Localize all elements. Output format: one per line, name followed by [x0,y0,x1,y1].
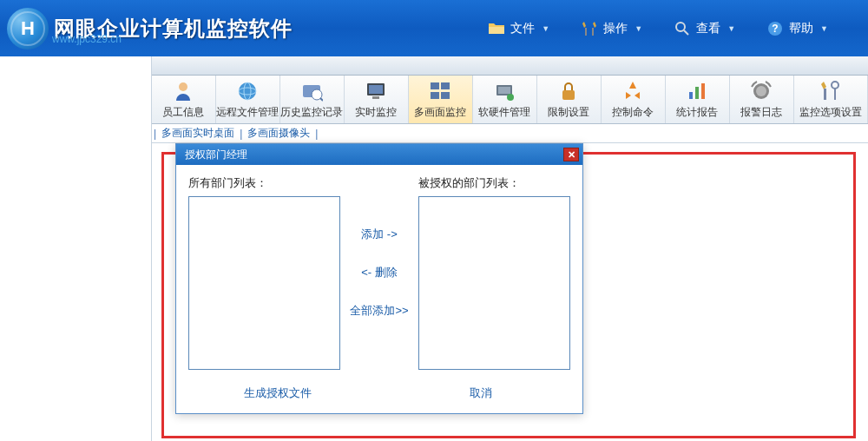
svg-line-12 [320,98,323,101]
svg-line-3 [684,30,688,35]
all-depts-list[interactable] [188,196,340,370]
logo-area: H 网眼企业计算机监控软件 [7,8,293,49]
svg-rect-15 [372,96,379,99]
command-icon [621,79,645,103]
chevron-down-icon: ▼ [820,24,828,33]
app-logo-icon: H [7,8,49,49]
tool-label: 统计报告 [676,105,718,120]
tool-alarm[interactable]: 报警日志 [730,76,794,123]
user-icon [171,79,195,103]
right-column: 被授权的部门列表： [418,175,570,370]
hardware-icon [492,79,516,103]
tool-settings[interactable]: 监控选项设置 [794,76,868,123]
search-icon [674,20,691,37]
multiscreen-icon [428,79,452,103]
menu-label: 操作 [603,21,628,36]
tool-employee-info[interactable]: 员工信息 [152,76,216,123]
svg-rect-29 [824,89,826,100]
svg-rect-0 [585,28,587,36]
chevron-down-icon: ▼ [635,24,642,33]
tool-label: 报警日志 [740,105,782,120]
subtab-desktop[interactable]: 多画面实时桌面 [158,126,238,141]
tool-history[interactable]: 历史监控记录 [280,76,345,123]
svg-text:?: ? [772,23,778,35]
tool-label: 员工信息 [162,105,204,120]
authorized-depts-label: 被授权的部门列表： [418,175,570,191]
lock-icon [556,79,581,103]
menu-operate[interactable]: 操作 ▼ [574,16,649,41]
tool-label: 控制命令 [612,105,654,120]
menu-label: 查看 [696,21,720,36]
tool-commands[interactable]: 控制命令 [602,76,666,123]
svg-point-30 [832,82,838,89]
svg-point-7 [239,82,256,100]
history-icon [299,79,324,103]
tool-reports[interactable]: 统计报告 [666,76,730,123]
authorize-dialog: 授权部门经理 ✕ 所有部门列表： 添加 -> <- 删除 全部添加>> 被授权的… [175,143,583,414]
tool-label: 远程文件管理 [216,105,279,120]
monitor-icon [364,79,388,103]
authorized-depts-list[interactable] [418,196,570,370]
alarm-icon [749,79,773,103]
separator: | [315,128,318,140]
all-depts-label: 所有部门列表： [188,175,340,191]
dialog-footer: 生成授权文件 取消 [176,377,582,413]
menu-file[interactable]: 文件 ▼ [481,16,556,41]
settings-icon [819,79,843,103]
menu-label: 帮助 [789,21,813,36]
tools-icon [581,20,598,37]
chevron-down-icon: ▼ [727,24,735,33]
tool-label: 软硬件管理 [478,105,530,120]
svg-rect-25 [695,87,699,99]
menu-view[interactable]: 查看 ▼ [667,16,742,41]
dialog-title-text: 授权部门经理 [185,148,247,162]
svg-point-6 [179,82,187,91]
content-area: 授权部门经理 ✕ 所有部门列表： 添加 -> <- 删除 全部添加>> 被授权的… [0,143,868,441]
svg-point-28 [756,86,766,96]
tool-multiscreen[interactable]: 多画面监控 [409,76,473,123]
subtab-camera[interactable]: 多画面摄像头 [244,126,313,141]
separator: | [240,128,242,140]
svg-rect-26 [701,83,705,99]
tool-label: 实时监控 [355,105,397,120]
svg-rect-14 [369,85,383,94]
chevron-down-icon: ▼ [542,24,549,33]
add-button[interactable]: 添加 -> [361,227,398,242]
tool-remote-files[interactable]: 远程文件管理 [216,76,280,123]
close-icon[interactable]: ✕ [563,148,579,161]
tool-label: 限制设置 [548,105,589,120]
help-icon: ? [766,20,784,37]
svg-rect-1 [592,28,594,36]
svg-rect-24 [689,92,693,99]
cancel-button[interactable]: 取消 [379,385,582,401]
menu-help[interactable]: ? 帮助 ▼ [760,16,835,41]
svg-rect-19 [441,92,450,99]
add-all-button[interactable]: 全部添加>> [350,303,408,319]
svg-rect-31 [834,89,836,100]
tool-hardware[interactable]: 软硬件管理 [473,76,537,123]
chart-icon [685,79,709,103]
svg-rect-17 [441,82,450,89]
transfer-buttons: 添加 -> <- 删除 全部添加>> [347,175,411,370]
svg-rect-16 [431,82,439,89]
svg-point-2 [676,23,685,31]
svg-rect-21 [498,87,510,94]
tool-label: 监控选项设置 [799,105,862,120]
svg-point-22 [507,94,514,101]
tool-restrict[interactable]: 限制设置 [537,76,602,123]
dialog-body: 所有部门列表： 添加 -> <- 删除 全部添加>> 被授权的部门列表： [176,165,582,377]
dialog-titlebar[interactable]: 授权部门经理 ✕ [176,144,582,165]
tool-label: 历史监控记录 [280,105,343,120]
generate-button[interactable]: 生成授权文件 [176,385,379,401]
header-menu: 文件 ▼ 操作 ▼ 查看 ▼ ? 帮助 ▼ [481,16,861,41]
watermark-text: www.jpc329.cn [52,33,122,45]
app-header: H 网眼企业计算机监控软件 www.jpc329.cn 文件 ▼ 操作 ▼ 查看… [0,0,868,56]
tool-label: 多画面监控 [414,105,466,120]
tool-realtime[interactable]: 实时监控 [345,76,409,123]
remove-button[interactable]: <- 删除 [361,265,398,280]
folder-icon [488,20,505,37]
globe-icon [235,79,260,103]
menu-label: 文件 [510,21,535,36]
svg-rect-18 [431,92,439,99]
left-tree-panel [0,56,152,441]
